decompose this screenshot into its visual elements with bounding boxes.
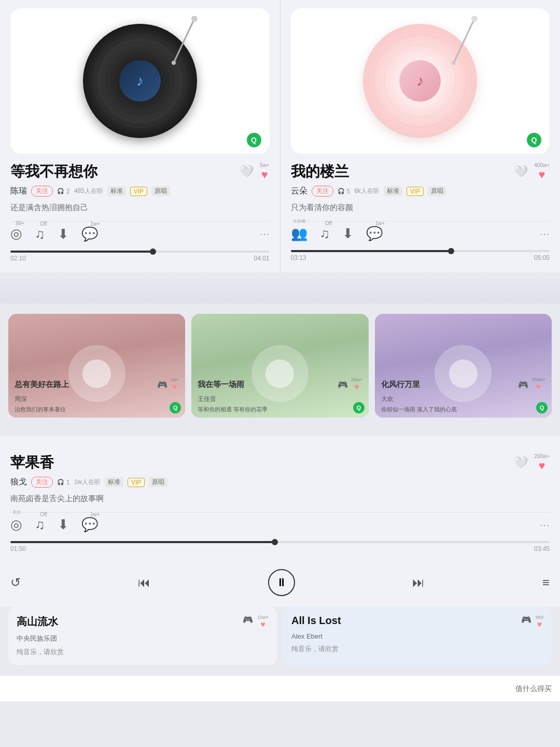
lyric-left: 还是满含热泪拥抱自己: [10, 203, 270, 213]
song4-desc: 纯音乐，请欣赏: [17, 647, 269, 657]
choir-ctrl-right[interactable]: 大合唱 👥: [291, 226, 307, 242]
card2-heart[interactable]: ♥: [354, 382, 359, 392]
player-controls-right: 大合唱 👥 Off ♫ ⬇ 1w+ 💬 ⋯: [291, 221, 550, 246]
comment-ctrl-3[interactable]: 1w+ 💬: [81, 517, 98, 533]
song-title-3: 苹果香: [10, 453, 54, 473]
svg-line-0: [174, 19, 194, 63]
card3-gamepad[interactable]: 🎮: [518, 380, 528, 390]
add-to-fav-icon-left[interactable]: 🤍: [240, 165, 254, 178]
progress-bar-3[interactable]: [10, 541, 550, 543]
vocal-ctrl-left[interactable]: Off ♫: [35, 226, 45, 242]
add-to-fav-icon-3[interactable]: 🤍: [514, 456, 528, 469]
song-title-right: 我的楼兰: [291, 162, 349, 182]
next-btn[interactable]: ⏭: [412, 575, 425, 590]
progress-dot-left: [150, 248, 156, 255]
listener-count-left: 485人在听: [74, 187, 103, 196]
download-ctrl-right[interactable]: ⬇: [342, 226, 354, 242]
q-badge-left: Q: [247, 133, 261, 147]
player-card-right: ♪ Q 我的楼兰 🤍: [281, 0, 561, 272]
song5-desc: 纯音乐，请欣赏: [291, 644, 543, 654]
playlist-btn[interactable]: ≡: [542, 575, 550, 590]
heart-with-count-right: 400w+ ♥: [534, 162, 550, 182]
quality-tag-right: 标准: [384, 186, 402, 196]
song-info-3: 苹果香 🤍 200w+ ♥ 狼戈 关注 🎧 1 1w人在听 标准 VIP 原唱 …: [10, 445, 550, 563]
surround-ctrl-3[interactable]: 关大 ◎: [10, 517, 22, 533]
vocal-ctrl-3[interactable]: Off ♫: [35, 517, 45, 533]
heart-icon-left[interactable]: ♥: [261, 168, 268, 182]
progress-dot-right: [448, 248, 454, 254]
download-ctrl-3[interactable]: ⬇: [58, 517, 69, 533]
listeners-left: 🎧 2: [57, 188, 70, 195]
surround-ctrl-left[interactable]: 99+ ◎: [10, 226, 22, 242]
heart-icon-right[interactable]: ♥: [539, 168, 545, 182]
actions-3: 🤍 200w+ ♥: [514, 453, 550, 473]
song4-heart[interactable]: ♥: [260, 620, 265, 629]
repeat-btn[interactable]: ↺: [10, 575, 21, 590]
add-to-fav-icon-right[interactable]: 🤍: [514, 165, 528, 178]
heart-with-count-3: 200w+ ♥: [534, 453, 550, 473]
progress-left: 02:10 04:01: [10, 246, 270, 268]
play-pause-btn[interactable]: ⏸: [268, 569, 295, 596]
more-btn-3[interactable]: ⋯: [539, 519, 550, 531]
album-art-left: ♪ Q: [10, 8, 270, 154]
card1-title: 总有美好在路上: [15, 380, 69, 390]
card1-gamepad[interactable]: 🎮: [157, 380, 167, 390]
vocal-ctrl-right[interactable]: Off ♫: [320, 226, 330, 242]
song4-actions: 🎮 15w+ ♥: [243, 615, 269, 629]
tonearm-left: [163, 16, 205, 73]
time-row-left: 02:10 04:01: [10, 255, 270, 262]
card3-info: 化风行万里 🎮 350w+ ♥ 大欢 你却似一场雨 落入了我的心底: [375, 372, 552, 418]
vip-tag-3: VIP: [128, 478, 145, 487]
comment-ctrl-right[interactable]: 1w+ 💬: [366, 226, 383, 242]
svg-point-1: [191, 16, 198, 22]
mini-card-2[interactable]: 我在等一场雨 🎮 25w+ ♥ 王佳音 等和你的相遇 等有你的花季 Q: [191, 314, 368, 418]
more-btn-right[interactable]: ⋯: [539, 228, 550, 240]
album-art-right: ♪ Q: [291, 8, 550, 154]
player-controls-left: 99+ ◎ Off ♫ ⬇ 1w+ 💬 ⋯: [10, 221, 270, 246]
listeners-3: 🎧 1: [57, 479, 70, 486]
song5-gamepad[interactable]: 🎮: [521, 615, 531, 629]
actions-right: 🤍 400w+ ♥: [514, 162, 550, 182]
title-row-left: 等我不再想你 🤍 5w+ ♥: [10, 162, 270, 182]
card3-title: 化风行万里: [381, 380, 420, 390]
follow-btn-right[interactable]: 关注: [312, 186, 333, 197]
artist-row-right: 云朵 关注 🎧 5 6k人在听 标准 VIP 原唱: [291, 186, 550, 197]
card3-heart[interactable]: ♥: [536, 382, 541, 392]
card3-actions: 🎮 350w+ ♥: [518, 377, 545, 392]
follow-btn-3[interactable]: 关注: [31, 477, 53, 488]
more-btn-left[interactable]: ⋯: [259, 228, 270, 240]
card2-gamepad[interactable]: 🎮: [338, 380, 348, 390]
recommend-section: 总有美好在路上 🎮 1w+ ♥ 周深 治愈我们的寒来暑往 Q: [0, 303, 560, 436]
mini-card-1[interactable]: 总有美好在路上 🎮 1w+ ♥ 周深 治愈我们的寒来暑往 Q: [8, 314, 185, 418]
listener-count-3: 1w人在听: [74, 478, 101, 487]
q-badge-right: Q: [527, 133, 541, 147]
progress-fill-right: [291, 250, 452, 252]
title-row-right: 我的楼兰 🤍 400w+ ♥: [291, 162, 550, 182]
progress-bar-left[interactable]: [10, 251, 270, 253]
vip-tag-right: VIP: [407, 187, 424, 196]
follow-btn-left[interactable]: 关注: [31, 186, 53, 197]
comment-ctrl-left[interactable]: 1w+ 💬: [81, 226, 98, 242]
full-playback-controls: ↺ ⏮ ⏸ ⏭ ≡: [10, 563, 550, 596]
time-current-right: 03:13: [291, 254, 306, 261]
artist-row-left: 陈瑞 关注 🎧 2 485人在听 标准 VIP 原唱: [10, 186, 270, 197]
time-total-left: 04:01: [254, 255, 269, 262]
bottom-songs-section: 高山流水 🎮 15w+ ♥ 中央民族乐团 纯音乐，请欣赏 All Is Lost…: [0, 606, 560, 675]
top-player-section: ♪ Q 等: [0, 0, 560, 272]
heart-icon-3[interactable]: ♥: [539, 459, 545, 473]
svg-line-3: [454, 19, 474, 63]
progress-bar-right[interactable]: [291, 250, 550, 252]
song5-artist: Alex Ebert: [291, 632, 543, 640]
card1-heart[interactable]: ♥: [172, 382, 177, 392]
original-tag-left: 原唱: [151, 186, 170, 196]
quality-tag-3: 标准: [105, 477, 123, 487]
song5-heart[interactable]: ♥: [537, 620, 542, 629]
song4-gamepad[interactable]: 🎮: [243, 615, 253, 629]
download-ctrl-left[interactable]: ⬇: [58, 226, 69, 242]
card2-desc: 等和你的相遇 等有你的花季: [198, 406, 362, 413]
tonearm-right: [443, 16, 485, 73]
nav-bar: 值什么得买: [0, 675, 560, 701]
prev-btn[interactable]: ⏮: [138, 575, 150, 590]
song5-actions: 🎮 989 ♥: [521, 615, 543, 629]
mini-card-3[interactable]: 化风行万里 🎮 350w+ ♥ 大欢 你却似一场雨 落入了我的心底 Q: [375, 314, 552, 418]
